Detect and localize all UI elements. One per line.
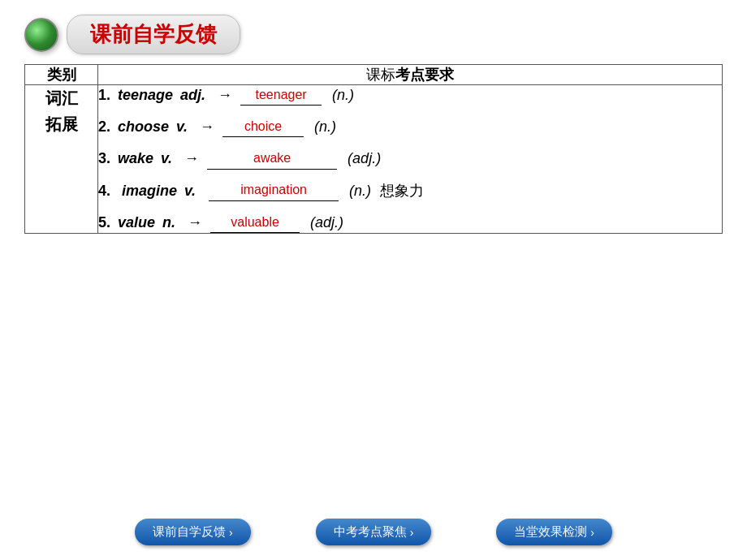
item2-answer: choice (244, 118, 282, 136)
item1-num: 1. (98, 85, 110, 106)
nav-btn-3-label: 当堂效果检测 (514, 524, 587, 540)
item1-answer: teenager (255, 86, 306, 104)
header-title: 课前自学反馈 (90, 22, 217, 46)
item2-arrow: → (196, 117, 214, 137)
item2-line (222, 136, 304, 137)
item5-line (210, 232, 300, 233)
item1-word: teenage (114, 85, 173, 106)
item4-num: 4. (98, 181, 110, 201)
item3-pos: v. (157, 149, 172, 169)
item3-answer: awake (253, 149, 291, 167)
header-title-box: 课前自学反馈 (67, 15, 240, 54)
item5-arrow: → (184, 213, 202, 233)
item4-answer: imagination (240, 181, 307, 199)
table-header-row: 类别 课标考点要求 (25, 65, 723, 85)
item3-num: 3. (98, 149, 110, 169)
category-cell: 词汇拓展 (25, 85, 98, 234)
nav-btn-2-label: 中考考点聚焦 (334, 524, 407, 540)
nav-btn-1-arrow: › (229, 526, 233, 539)
item3-arrow: → (180, 149, 199, 169)
bottom-nav: 课前自学反馈 › 中考考点聚焦 › 当堂效果检测 › (0, 519, 747, 545)
item4-suffix: (n.) (345, 181, 371, 201)
list-item: 3. wake v. → awake (adj.) (98, 149, 722, 169)
green-ball-icon (24, 18, 58, 52)
item1-suffix: (n.) (328, 85, 354, 106)
item5-word: value (114, 213, 155, 233)
list-item: 2. choose v. → choice (n.) (98, 117, 722, 137)
item4-line (209, 200, 339, 201)
item1-answer-container: teenager (240, 86, 322, 106)
item5-suffix: (adj.) (306, 213, 343, 233)
item4-meaning: 想象力 (376, 181, 424, 201)
nav-btn-3[interactable]: 当堂效果检测 › (496, 519, 612, 545)
col2-header-bold: 考点要求 (395, 67, 454, 83)
nav-btn-1[interactable]: 课前自学反馈 › (135, 519, 251, 545)
item3-answer-container: awake (207, 149, 337, 169)
item1-line (240, 105, 322, 106)
content-cell: 1. teenage adj. → teenager (n.) 2. (98, 85, 723, 234)
item1-pos: adj. (176, 85, 205, 106)
item3-suffix: (adj.) (343, 149, 381, 169)
item3-word: wake (114, 149, 153, 169)
vocab-row: 词汇拓展 1. teenage adj. → teenager (n.) (25, 85, 723, 234)
list-item: 1. teenage adj. → teenager (n.) (98, 85, 722, 106)
item1-arrow: → (214, 85, 232, 106)
item2-pos: v. (172, 117, 188, 137)
main-table: 类别 课标考点要求 词汇拓展 1. teenage adj. → (24, 64, 723, 234)
item2-num: 2. (98, 117, 110, 137)
nav-btn-1-label: 课前自学反馈 (153, 524, 226, 540)
nav-btn-3-arrow: › (590, 526, 594, 539)
header: 课前自学反馈 (0, 0, 747, 64)
nav-btn-2[interactable]: 中考考点聚焦 › (316, 519, 432, 545)
col2-header-normal: 课标 (366, 67, 395, 83)
item2-word: choose (114, 117, 169, 137)
item5-answer: valuable (231, 213, 279, 231)
nav-btn-2-arrow: › (410, 526, 414, 539)
col2-header: 课标考点要求 (98, 65, 723, 85)
main-table-wrapper: 类别 课标考点要求 词汇拓展 1. teenage adj. → (24, 64, 723, 234)
item5-pos: n. (158, 213, 175, 233)
item3-line (207, 169, 337, 170)
item2-suffix: (n.) (310, 117, 336, 137)
item4-word: imagine (114, 181, 177, 201)
item4-pos: v. (180, 181, 196, 201)
col1-header: 类别 (25, 65, 98, 85)
list-item: 4. imagine v. imagination (n.) 想象力 (98, 181, 722, 201)
item2-answer-container: choice (222, 118, 304, 137)
list-item: 5. value n. → valuable (adj.) (98, 213, 722, 233)
item5-answer-container: valuable (210, 213, 300, 233)
item5-num: 5. (98, 213, 110, 233)
item4-answer-container: imagination (209, 181, 339, 200)
